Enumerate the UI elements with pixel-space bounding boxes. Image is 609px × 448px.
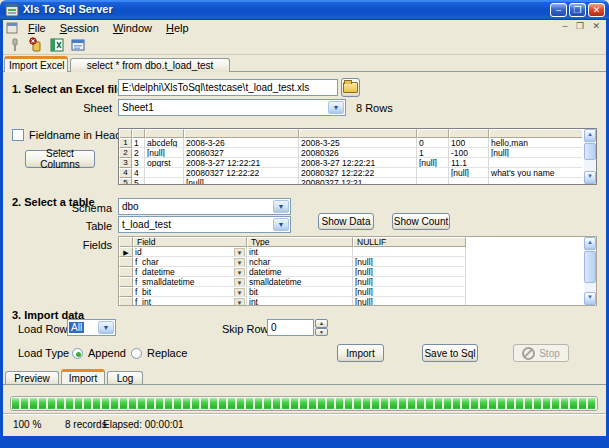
sheet-combo[interactable]: Sheet1 ▼	[118, 99, 346, 116]
chevron-down-icon[interactable]: ▼	[234, 288, 245, 297]
type-cell[interactable]: datetime	[247, 267, 353, 277]
menu-help[interactable]: Help	[159, 21, 196, 35]
mdi-child-icon	[6, 22, 18, 34]
chevron-down-icon[interactable]: ▼	[234, 248, 245, 257]
mdi-window-controls[interactable]: – ❐ ✕	[562, 21, 603, 31]
table-row[interactable]: f_bit▼ bit [null]	[119, 287, 596, 297]
status-percent: 100 %	[13, 419, 41, 430]
table-row[interactable]: 33opqrst2008-3-27 12:22:212008-3-27 12:2…	[119, 158, 596, 168]
type-cell[interactable]: nchar	[247, 257, 353, 267]
type-cell[interactable]: int	[247, 297, 353, 306]
table-row[interactable]: 22[null]20080327200803261-100[null]	[119, 148, 596, 158]
load-rows-combo[interactable]: All ▼	[67, 319, 116, 336]
chevron-down-icon[interactable]: ▼	[234, 278, 245, 287]
session-icon[interactable]	[28, 37, 44, 53]
field-cell[interactable]: f_char▼	[133, 257, 247, 267]
excel-icon[interactable]	[49, 37, 65, 53]
excel-file-input[interactable]: E:\delphi\XlsToSql\testcase\t_load_test.…	[118, 79, 338, 96]
folder-icon	[343, 82, 358, 93]
table-combo[interactable]: t_load_test ▼	[118, 216, 291, 233]
show-count-button[interactable]: Show Count	[392, 213, 450, 230]
skip-rows-input[interactable]: 0	[267, 319, 314, 336]
scroll-down-icon[interactable]: ▼	[584, 292, 596, 305]
spin-down-icon[interactable]: ▼	[315, 328, 328, 337]
preview-grid-scrollbar[interactable]: ▲ ▼	[584, 129, 596, 184]
select-columns-button[interactable]: Select Columns	[25, 150, 95, 168]
field-cell[interactable]: f_smalldatetime▼	[133, 277, 247, 287]
fieldname-header-checkbox[interactable]	[12, 129, 24, 141]
tab-log[interactable]: Log	[107, 371, 143, 384]
minimize-button[interactable]: –	[550, 3, 567, 17]
table-row[interactable]: f_smalldatetime▼ smalldatetime [null]	[119, 277, 596, 287]
titlebar[interactable]: Xls To Sql Server – ❐ ✕	[0, 0, 609, 20]
current-row-indicator-icon: ▶	[119, 247, 133, 257]
chevron-down-icon[interactable]: ▼	[234, 268, 245, 277]
append-label: Append	[88, 347, 126, 359]
table-row[interactable]: ▶ id▼ int	[119, 247, 596, 257]
save-to-sql-button[interactable]: Save to Sql	[422, 344, 478, 362]
nullif-cell[interactable]: [null]	[353, 277, 466, 287]
table-row[interactable]: 55...[null]20080327 12:21	[119, 178, 596, 185]
import-button[interactable]: Import	[337, 344, 384, 362]
menu-file[interactable]: File	[21, 21, 53, 35]
type-cell[interactable]: bit	[247, 287, 353, 297]
spin-up-icon[interactable]: ▲	[315, 319, 328, 328]
table-label: Table	[58, 220, 112, 232]
chevron-down-icon[interactable]: ▼	[273, 218, 289, 231]
scrollbar-thumb[interactable]	[584, 251, 596, 283]
type-cell[interactable]: int	[247, 247, 353, 257]
fields-grid: Field Type NULLIF ▶ id▼ int f_char▼ ncha…	[118, 236, 597, 306]
tab-import-excel[interactable]: Import Excel	[4, 56, 68, 72]
connect-icon[interactable]	[7, 37, 23, 53]
sql-window-icon[interactable]	[70, 37, 86, 53]
skip-rows-stepper[interactable]: ▲ ▼	[315, 319, 328, 336]
field-cell[interactable]: f_bit▼	[133, 287, 247, 297]
nullif-cell[interactable]: [null]	[353, 257, 466, 267]
fields-header-nullif: NULLIF	[353, 237, 466, 247]
preview-grid: 11abcdefg2008-3-262008-3-250100hello,man…	[118, 128, 597, 185]
nullif-cell[interactable]: [null]	[353, 267, 466, 277]
nullif-cell[interactable]: [null]	[353, 287, 466, 297]
table-row[interactable]: 11abcdefg2008-3-262008-3-250100hello,man	[119, 138, 596, 148]
tab-select-query[interactable]: select * from dbo.t_load_test	[70, 58, 230, 72]
app-window: Xls To Sql Server – ❐ ✕ File Session Win…	[0, 0, 609, 448]
append-radio[interactable]	[72, 348, 83, 359]
chevron-down-icon[interactable]: ▼	[273, 200, 289, 213]
scrollbar-track[interactable]	[584, 161, 596, 171]
status-elapsed: Elapsed: 00:00:01	[103, 419, 184, 430]
maximize-button[interactable]: ❐	[569, 3, 586, 17]
show-data-button[interactable]: Show Data	[318, 213, 374, 230]
chevron-down-icon[interactable]: ▼	[234, 298, 245, 306]
fieldname-header-label: Fieldname in Header	[29, 129, 131, 141]
nullif-cell[interactable]	[353, 247, 466, 257]
scrollbar-track[interactable]	[584, 284, 596, 292]
field-cell[interactable]: id▼	[133, 247, 247, 257]
scrollbar-thumb[interactable]	[584, 143, 596, 160]
chevron-down-icon[interactable]: ▼	[234, 258, 245, 267]
table-row[interactable]: f_int▼ int [null]	[119, 297, 596, 306]
field-cell[interactable]: f_datetime▼	[133, 267, 247, 277]
scroll-down-icon[interactable]: ▼	[584, 171, 596, 184]
menu-session[interactable]: Session	[53, 21, 106, 35]
scroll-up-icon[interactable]: ▲	[584, 129, 596, 142]
tab-import[interactable]: Import	[61, 369, 105, 384]
type-cell[interactable]: smalldatetime	[247, 277, 353, 287]
browse-file-button[interactable]	[341, 78, 360, 97]
field-cell[interactable]: f_int▼	[133, 297, 247, 306]
table-combo-value: t_load_test	[122, 219, 171, 230]
menu-window[interactable]: Window	[106, 21, 159, 35]
table-row[interactable]: 4420080327 12:22:2220080327 12:22:22[nul…	[119, 168, 596, 178]
schema-combo[interactable]: dbo ▼	[118, 198, 291, 215]
nullif-cell[interactable]: [null]	[353, 297, 466, 306]
chevron-down-icon[interactable]: ▼	[98, 321, 114, 334]
table-row[interactable]: f_datetime▼ datetime [null]	[119, 267, 596, 277]
fields-grid-header: Field Type NULLIF	[119, 237, 596, 247]
fields-grid-scrollbar[interactable]: ▲ ▼	[584, 237, 596, 305]
tab-preview[interactable]: Preview	[5, 371, 59, 384]
menu-bar: File Session Window Help	[3, 20, 606, 36]
replace-radio[interactable]	[131, 348, 142, 359]
close-button[interactable]: ✕	[588, 3, 605, 17]
scroll-up-icon[interactable]: ▲	[584, 237, 596, 250]
table-row[interactable]: f_char▼ nchar [null]	[119, 257, 596, 267]
chevron-down-icon[interactable]: ▼	[328, 101, 344, 114]
